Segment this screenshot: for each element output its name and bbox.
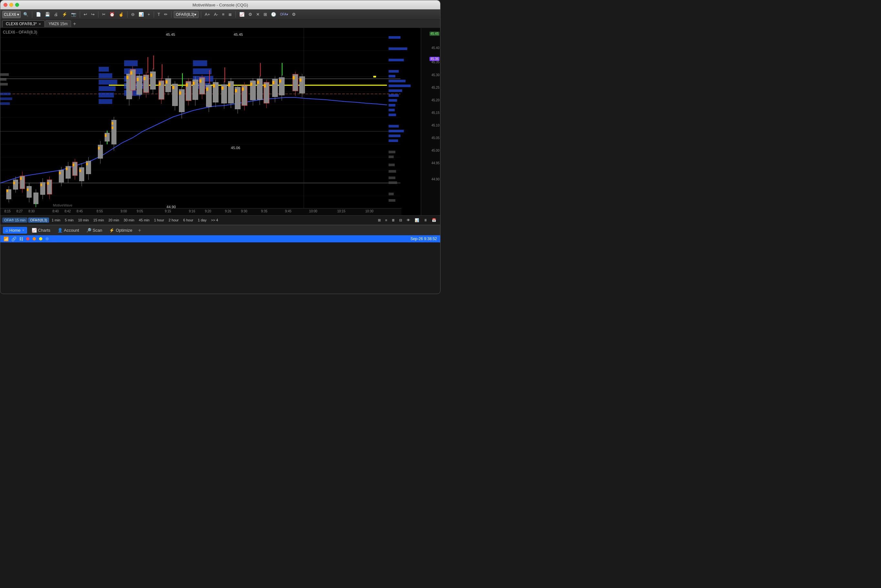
tf-calendar[interactable]: 📅 [430,218,438,223]
settings-btn[interactable]: ⚙ [247,11,254,18]
svg-rect-20 [388,48,407,50]
svg-rect-100 [111,122,113,124]
close-button[interactable] [3,3,8,7]
svg-rect-44 [0,73,9,76]
extra-btn[interactable]: ✕ [255,11,261,18]
zoom-bar-btn[interactable]: 📊 [137,11,145,18]
new-chart-btn[interactable]: 📄 [35,11,42,18]
tab-ymz6[interactable]: YMZ6 15m [45,20,71,27]
clock2-btn[interactable]: 🕐 [270,11,277,18]
svg-rect-164 [229,83,230,87]
tf-icon7[interactable]: ⏸ [422,218,429,223]
sep4 [127,11,128,18]
svg-rect-0 [0,28,421,215]
svg-rect-140 [186,83,188,87]
align-btn[interactable]: ≡ [221,11,226,18]
cursor-btn[interactable]: ✂ [101,11,107,18]
svg-rect-27 [388,94,399,97]
zoom-out-btn[interactable]: ⊖ [130,11,136,18]
svg-rect-25 [388,84,410,87]
tf-ofa83[interactable]: OFA®(8,3) [28,218,49,223]
tf-10min[interactable]: 10 min [76,218,91,223]
tf-icon6[interactable]: 📊 [413,218,421,223]
tf-20min[interactable]: 20 min [107,218,121,223]
clock-btn[interactable]: ⏰ [108,11,116,18]
tf-icon3[interactable]: ≣ [390,218,397,223]
tab-close-clex6[interactable]: ✕ [38,22,41,26]
save-btn[interactable]: 💾 [44,11,51,18]
svg-rect-19 [388,36,400,39]
tf-icon4[interactable]: ⊟ [397,218,404,223]
nav-account[interactable]: 👤 Account [55,227,82,234]
ofa-label-btn[interactable]: OFA▾ [279,11,289,18]
redo-btn[interactable]: ↪ [90,11,96,18]
chart-main[interactable]: CLEX6 - OFA®(8,3) [0,28,421,215]
svg-rect-76 [66,168,68,170]
svg-text:45.45: 45.45 [233,33,243,36]
svg-rect-186 [279,80,281,82]
status-icons: 📶 🔗 ⛓ [3,237,56,242]
nav-home[interactable]: ⌂ Home ✕ [3,227,27,234]
tf-2hour[interactable]: 2 hour [167,218,180,223]
nav-scan[interactable]: 🔎 Scan [84,227,105,234]
tab-clex6[interactable]: CLEX6 OFA®8,3* ✕ [2,20,45,27]
svg-rect-89 [99,86,116,91]
text-btn[interactable]: T [156,11,161,18]
tf-6hour[interactable]: 6 hour [181,218,195,223]
screenshot-btn[interactable]: 📷 [70,11,78,18]
draw-btn[interactable]: ✏ [163,11,169,18]
font-up-btn[interactable]: A+ [203,11,211,18]
svg-rect-133 [172,86,174,89]
tf-ofa15min[interactable]: OFA® 15 min [2,218,27,223]
link2-icon: ⛓ [19,237,23,242]
nav-optimize-label: Optimize [116,228,132,232]
tf-45min[interactable]: 45 min [137,218,152,223]
style-btn[interactable]: ≣ [227,11,233,18]
tf-5min[interactable]: 5 min [63,218,75,223]
nav-add-btn[interactable]: + [137,228,143,233]
gear-btn[interactable]: ⚙ [291,11,297,18]
traffic-lights [3,3,19,7]
svg-rect-130 [165,80,167,84]
tf-icon2[interactable]: ≡ [383,218,389,223]
symbol-selector[interactable]: CLEX6 ▾ [2,11,21,18]
nav-charts[interactable]: 📈 Charts [29,227,53,234]
svg-rect-33 [388,130,404,132]
bar-type-btn[interactable]: 📈 [238,11,246,18]
title-bar: MotiveWave - Console (CQG) [0,0,440,9]
pointer-btn[interactable]: ☝ [117,11,125,18]
maximize-button[interactable] [15,3,19,7]
svg-rect-126 [159,82,161,86]
tf-30min[interactable]: 30 min [122,218,136,223]
svg-rect-160 [221,87,224,90]
svg-rect-190 [293,76,295,80]
plus-btn[interactable]: + [146,11,152,18]
nav-home-close[interactable]: ✕ [22,228,24,232]
add-tab-btn[interactable]: + [72,21,77,27]
tf-1min[interactable]: 1 min [50,218,62,223]
tf-icon5[interactable]: 👁 [404,218,412,223]
minimize-button[interactable] [9,3,13,7]
svg-rect-193 [299,78,301,82]
svg-rect-45 [0,78,6,81]
svg-rect-52 [6,189,8,192]
svg-rect-150 [199,80,201,82]
nav-btn[interactable]: ⚡ [61,11,68,18]
tf-1day[interactable]: 1 day [196,218,209,223]
print-btn[interactable]: 🖨 [53,11,59,18]
tf-1hour[interactable]: 1 hour [152,218,166,223]
tf-icon1[interactable]: ⊞ [376,218,383,223]
font-down-btn[interactable]: A- [212,11,219,18]
tf-more[interactable]: >> 4 [209,218,220,223]
svg-rect-29 [388,104,395,106]
indicator-selector[interactable]: OFA®(8,3) ▾ [174,11,199,18]
undo-btn[interactable]: ↩ [82,11,89,18]
svg-rect-47 [0,93,11,95]
time-label-905: 9:05 [137,210,143,213]
nav-optimize[interactable]: ⚡ Optimize [107,227,135,234]
tf-15min[interactable]: 15 min [92,218,106,223]
svg-rect-39 [388,170,396,172]
search-btn[interactable]: 🔍 [22,11,30,18]
grid-btn[interactable]: ⊞ [262,11,268,18]
svg-rect-60 [27,186,32,198]
